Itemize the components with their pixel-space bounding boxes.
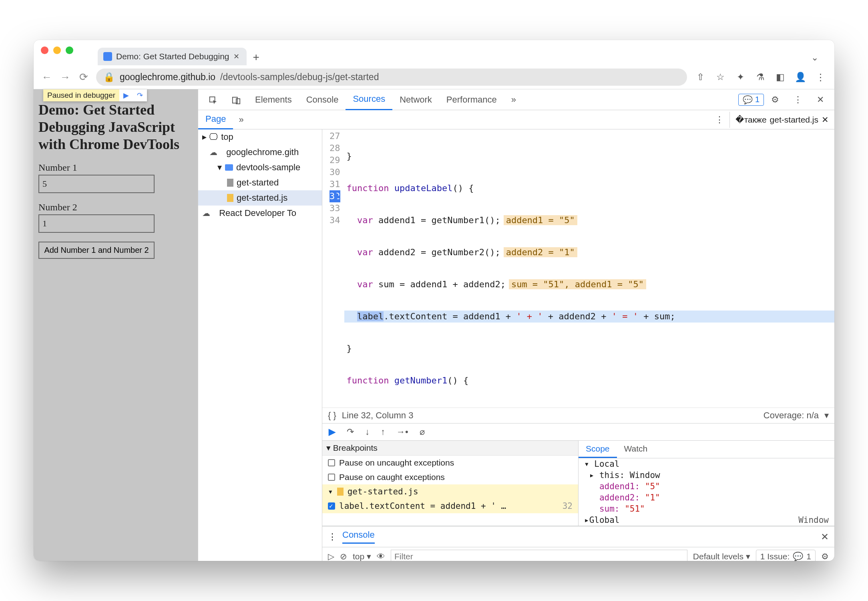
number2-input[interactable]: 1 xyxy=(38,214,155,233)
labs-icon[interactable]: ⚗ xyxy=(753,72,767,83)
reload-button[interactable]: ⟳ xyxy=(78,71,90,83)
context-selector[interactable]: top ▾ xyxy=(353,552,371,561)
code-lines: } function updateLabel() { var addend1 =… xyxy=(344,129,835,407)
address-bar[interactable]: 🔒 googlechrome.github.io/devtools-sample… xyxy=(96,69,687,86)
play-icon[interactable]: ▷ xyxy=(328,552,334,561)
file-icon xyxy=(227,179,233,187)
checkbox[interactable] xyxy=(328,474,335,481)
url-host: googlechrome.github.io xyxy=(120,72,215,83)
tab-sources[interactable]: Sources xyxy=(346,89,392,110)
levels-selector[interactable]: Default levels ▾ xyxy=(693,552,750,561)
pretty-print-icon[interactable]: { } xyxy=(328,410,336,421)
issues-pill[interactable]: 💬 1 xyxy=(738,94,764,106)
tab-elements[interactable]: Elements xyxy=(248,90,299,110)
resume-button[interactable]: ▶ xyxy=(329,427,336,437)
step-button[interactable]: →• xyxy=(396,427,408,437)
sources-split: ▸ 🖵 top googlechrome.gith ▾ devtools-sam… xyxy=(198,129,834,561)
number1-input[interactable]: 5 xyxy=(38,175,155,193)
page-viewport: Paused in debugger ▶ ↷ Demo: Get Started… xyxy=(34,89,198,561)
checkbox-checked[interactable] xyxy=(328,502,335,510)
settings-icon[interactable]: ⚙ xyxy=(764,90,786,110)
current-line: label.textContent = addend1 + ' + ' + ad… xyxy=(344,311,835,323)
step-out-button[interactable]: ↑ xyxy=(381,427,385,437)
add-button[interactable]: Add Number 1 and Number 2 xyxy=(38,242,155,259)
pause-uncaught-row[interactable]: Pause on uncaught exceptions xyxy=(322,456,578,470)
console-settings-icon[interactable]: ⚙ xyxy=(821,552,829,561)
breakpoints-pane: ▾ Breakpoints Pause on uncaught exceptio… xyxy=(322,441,579,526)
scope-var: sum: "51" xyxy=(579,503,834,514)
clear-console-icon[interactable]: ⊘ xyxy=(340,552,347,561)
nav-menu-icon[interactable]: ⋮ xyxy=(709,115,729,125)
extensions-icon[interactable]: ✦ xyxy=(733,72,747,83)
page-nav-tab[interactable]: Page xyxy=(198,110,233,129)
devtools-panel: Elements Console Sources Network Perform… xyxy=(198,89,834,561)
device-icon[interactable] xyxy=(225,90,248,110)
devtools-menu-icon[interactable]: ⋮ xyxy=(786,90,810,110)
open-file-tab[interactable]: �также get-started.js ✕ xyxy=(729,112,834,128)
new-tab-button[interactable]: + xyxy=(253,51,259,65)
file-close-icon[interactable]: ✕ xyxy=(822,115,829,125)
more-nav-icon[interactable]: » xyxy=(233,115,249,125)
tab-console[interactable]: Console xyxy=(299,90,346,110)
pause-caught-row[interactable]: Pause on caught exceptions xyxy=(322,470,578,484)
breakpoints-header[interactable]: ▾ Breakpoints xyxy=(322,441,578,456)
console-tab[interactable]: Console xyxy=(342,530,375,544)
step-into-button[interactable]: ↓ xyxy=(365,427,370,437)
nav-file-html[interactable]: get-started xyxy=(198,175,322,190)
console-menu-icon[interactable]: ⋮ xyxy=(328,532,337,542)
scope-body: ▾ Local ▸ this: Window addend1: "5" adde… xyxy=(579,458,834,526)
live-expression-icon[interactable]: 👁 xyxy=(377,552,385,561)
scope-local[interactable]: ▾ Local xyxy=(579,458,834,470)
nav-file-js[interactable]: get-started.js xyxy=(198,190,322,206)
nav-host[interactable]: googlechrome.gith xyxy=(198,145,322,160)
nav-react[interactable]: React Developer To xyxy=(198,206,322,221)
scope-this[interactable]: ▸ this: Window xyxy=(579,470,834,481)
back-button[interactable]: ← xyxy=(41,71,53,83)
sidepanel-icon[interactable]: ◧ xyxy=(774,72,787,83)
issues-button[interactable]: 1 Issue: 💬 1 xyxy=(756,550,816,561)
scope-global[interactable]: ▸ GlobalWindow xyxy=(579,514,834,526)
file-navigator: ▸ 🖵 top googlechrome.gith ▾ devtools-sam… xyxy=(198,129,322,561)
code-line: var addend1 = getNumber1();addend1 = "5" xyxy=(344,214,835,226)
more-tabs-icon[interactable]: » xyxy=(504,90,523,110)
page-heading: Demo: Get Started Debugging JavaScript w… xyxy=(38,101,193,153)
tabs-menu-icon[interactable]: ⌄ xyxy=(803,52,826,65)
tab-watch[interactable]: Watch xyxy=(617,441,655,458)
url-path: /devtools-samples/debug-js/get-started xyxy=(220,72,379,83)
tab-scope[interactable]: Scope xyxy=(579,441,617,458)
inline-value: addend1 = "5" xyxy=(504,215,577,225)
browser-tab[interactable]: Demo: Get Started Debugging ✕ xyxy=(98,48,247,65)
step-icon[interactable]: ↷ xyxy=(133,89,147,101)
nav-folder[interactable]: ▾ devtools-sample xyxy=(198,160,322,175)
overflow-menu[interactable]: ⋮ xyxy=(814,72,827,83)
code-editor[interactable]: 27 28 29 30 31 32 33 34 } function updat… xyxy=(322,129,834,408)
console-filter-input[interactable] xyxy=(391,550,687,561)
forward-button[interactable]: → xyxy=(59,71,71,83)
chat-icon: 💬 xyxy=(743,95,753,105)
js-file-icon xyxy=(337,488,344,496)
bookmark-icon[interactable]: ☆ xyxy=(713,72,727,83)
scope-var: addend1: "5" xyxy=(579,481,834,492)
inspect-icon[interactable] xyxy=(201,90,225,110)
tab-strip: Demo: Get Started Debugging ✕ + ⌄ xyxy=(34,48,834,65)
code-line: function getNumber1() { xyxy=(344,375,835,387)
deactivate-bp-button[interactable]: ⌀ xyxy=(420,427,425,437)
profile-icon[interactable]: 👤 xyxy=(794,72,807,83)
sidebar-toggle-icon[interactable]: �также xyxy=(735,115,767,125)
step-over-button[interactable]: ↷ xyxy=(347,427,354,437)
tab-performance[interactable]: Performance xyxy=(439,90,504,110)
coverage-label: Coverage: n/a xyxy=(764,410,819,421)
coverage-toggle-icon[interactable]: ▾ xyxy=(824,410,829,421)
code-line: var addend2 = getNumber2();addend2 = "1" xyxy=(344,246,835,258)
share-icon[interactable]: ⇧ xyxy=(693,72,707,83)
nav-top[interactable]: ▸ 🖵 top xyxy=(198,129,322,145)
current-line-marker: 32 xyxy=(330,190,340,202)
resume-icon[interactable]: ▶ xyxy=(119,89,133,101)
bp-line-row[interactable]: label.textContent = addend1 + ' …32 xyxy=(322,499,578,513)
checkbox[interactable] xyxy=(328,459,335,466)
bp-file-row[interactable]: ▾ get-started.js xyxy=(322,484,578,499)
devtools-close-icon[interactable]: ✕ xyxy=(810,90,831,110)
console-close-icon[interactable]: ✕ xyxy=(821,531,829,543)
tab-close-icon[interactable]: ✕ xyxy=(233,52,239,61)
tab-network[interactable]: Network xyxy=(392,90,439,110)
